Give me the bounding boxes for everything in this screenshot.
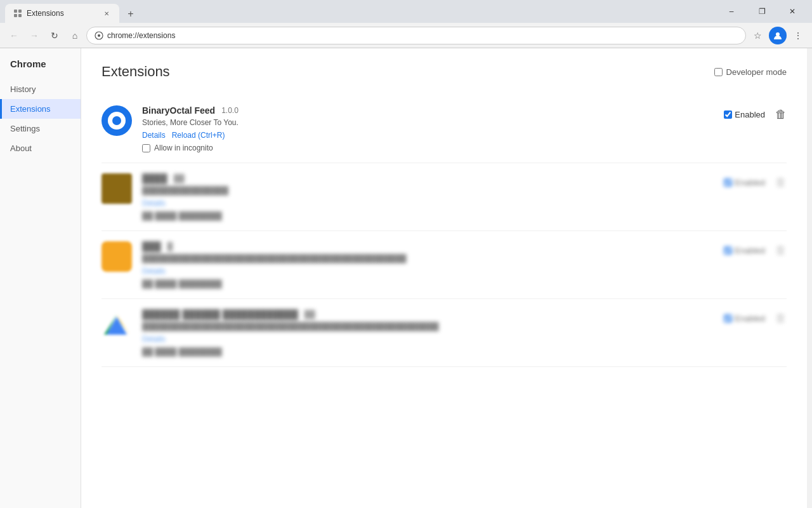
- developer-mode-label[interactable]: Developer mode: [726, 67, 787, 77]
- extension-card-binary-octal: BinaryOctal Feed 1.0.0 Stories, More Clo…: [102, 95, 787, 163]
- extensions-tab-icon: [13, 8, 23, 18]
- ext-desc-4: ████████████████████████████████████████…: [142, 322, 714, 331]
- svg-rect-1: [18, 10, 22, 13]
- allow-incognito-checkbox[interactable]: [142, 144, 150, 152]
- reload-button[interactable]: ↻: [46, 27, 63, 44]
- ext-desc-2: ████████████████: [142, 186, 714, 195]
- extensions-header: Extensions Developer mode: [102, 64, 787, 80]
- ext-name: BinaryOctal Feed: [142, 105, 215, 116]
- ext-incognito-4: ██ ████ ████████: [142, 347, 714, 356]
- scrollbar[interactable]: [807, 48, 812, 508]
- url-text: chrome://extensions: [107, 31, 175, 40]
- lock-icon: [95, 31, 103, 40]
- ext-info-3: ███ █ ██████████████████████████████████…: [142, 241, 714, 288]
- ext-icon-4: [102, 309, 132, 340]
- sidebar-item-about[interactable]: About: [0, 138, 81, 158]
- sidebar-title: Chrome: [0, 53, 81, 79]
- ext-enabled-cb-3[interactable]: [724, 246, 732, 255]
- extension-card-4: ██████ ██████ ████████████ ██ ██████████…: [102, 299, 787, 367]
- developer-mode-section: Developer mode: [714, 67, 787, 77]
- ext-version-4: ██: [304, 310, 315, 319]
- incognito-label-2: ██ ████ ████████: [142, 211, 222, 220]
- bo-inner-ring: [108, 112, 126, 130]
- ext-controls-3: Enabled 🗑: [724, 241, 787, 257]
- incognito-label-3: ██ ████ ████████: [142, 279, 222, 288]
- extension-card-3: ███ █ ██████████████████████████████████…: [102, 231, 787, 299]
- allow-incognito-label[interactable]: Allow in incognito: [154, 144, 213, 152]
- address-right-buttons: ☆ ⋮: [749, 27, 807, 44]
- ext-enabled-label-2: Enabled: [735, 178, 765, 187]
- close-button[interactable]: ✕: [778, 2, 807, 21]
- ext-controls-4: Enabled 🗑: [724, 309, 787, 325]
- svg-rect-2: [14, 14, 17, 17]
- sidebar: Chrome History Extensions Settings About: [0, 48, 81, 508]
- ext-enabled-checkbox[interactable]: [724, 110, 732, 119]
- ext-version-3: █: [167, 242, 173, 251]
- ext-name-row-2: ████ ██: [142, 173, 714, 184]
- url-bar[interactable]: chrome://extensions: [86, 27, 746, 44]
- ext-enabled-label-4: Enabled: [735, 314, 765, 323]
- svg-rect-3: [18, 14, 22, 17]
- ext-name-row-4: ██████ ██████ ████████████ ██: [142, 309, 714, 319]
- ext-incognito-3: ██ ████ ████████: [142, 279, 714, 288]
- ext-delete-4[interactable]: 🗑: [775, 312, 787, 325]
- ext-icon-2: [102, 173, 132, 204]
- ext-delete-2[interactable]: 🗑: [775, 176, 787, 189]
- details-link[interactable]: Details: [142, 131, 166, 140]
- tab-close-button[interactable]: ✕: [102, 8, 112, 18]
- extension-card-2: ████ ██ ████████████████ Details ██ ████…: [102, 163, 787, 231]
- ext-name-row-3: ███ █: [142, 241, 714, 251]
- profile-button[interactable]: [769, 27, 787, 44]
- page-title: Extensions: [102, 64, 170, 80]
- ext-desc-3: ████████████████████████████████████████…: [142, 254, 714, 263]
- ext-enabled-label-3: Enabled: [735, 246, 765, 255]
- svg-point-5: [98, 34, 100, 37]
- extensions-area: Extensions Developer mode BinaryOctal Fe…: [81, 48, 807, 508]
- maximize-button[interactable]: ❐: [747, 2, 776, 21]
- ext-description: Stories, More Closer To You.: [142, 118, 714, 127]
- bookmark-button[interactable]: ☆: [749, 27, 766, 44]
- menu-button[interactable]: ⋮: [789, 27, 807, 44]
- sidebar-item-settings[interactable]: Settings: [0, 119, 81, 138]
- active-tab[interactable]: Extensions ✕: [5, 4, 119, 23]
- back-button[interactable]: ←: [5, 27, 23, 44]
- sidebar-item-history[interactable]: History: [0, 79, 81, 99]
- ext-enabled-cb-4[interactable]: [724, 314, 732, 323]
- ext-enabled-cb-2[interactable]: [724, 178, 732, 187]
- bo-core-dot: [112, 116, 121, 125]
- minimize-button[interactable]: –: [717, 2, 746, 21]
- title-bar: Extensions ✕ + – ❐ ✕: [0, 0, 812, 23]
- ext-links-3: Details: [142, 267, 714, 276]
- home-button[interactable]: ⌂: [66, 27, 84, 44]
- ext-name-4: ██████ ██████ ████████████: [142, 309, 298, 319]
- ext-name-3: ███: [142, 241, 161, 251]
- ext-enabled-3: Enabled: [724, 246, 765, 255]
- forward-button[interactable]: →: [25, 27, 43, 44]
- ext-incognito-section: Allow in incognito: [142, 144, 714, 152]
- ext-links-2: Details: [142, 199, 714, 208]
- ext-controls: Enabled 🗑: [724, 105, 787, 121]
- ext-info-2: ████ ██ ████████████████ Details ██ ████…: [142, 173, 714, 220]
- developer-mode-checkbox[interactable]: [714, 68, 723, 76]
- ext-delete-3[interactable]: 🗑: [775, 244, 787, 257]
- ext-name-2: ████: [142, 173, 167, 184]
- details-link-3[interactable]: Details: [142, 267, 166, 276]
- ext-info-4: ██████ ██████ ████████████ ██ ██████████…: [142, 309, 714, 356]
- details-link-4[interactable]: Details: [142, 335, 166, 344]
- chrome-content: Chrome History Extensions Settings About…: [0, 48, 812, 508]
- ext-enabled-label[interactable]: Enabled: [735, 110, 765, 119]
- tab-area: Extensions ✕ +: [5, 0, 140, 23]
- new-tab-button[interactable]: +: [122, 5, 140, 23]
- ext-delete-button[interactable]: 🗑: [775, 108, 787, 121]
- ext-version: 1.0.0: [221, 106, 239, 115]
- ext-icon-binary-octal: [102, 105, 132, 136]
- tab-title: Extensions: [27, 9, 98, 18]
- window-controls: – ❐ ✕: [717, 2, 807, 21]
- details-link-2[interactable]: Details: [142, 199, 166, 208]
- address-bar: ← → ↻ ⌂ chrome://extensions ☆ ⋮: [0, 23, 812, 48]
- ext-controls-2: Enabled 🗑: [724, 173, 787, 189]
- sidebar-item-extensions[interactable]: Extensions: [0, 99, 81, 119]
- ext-enabled-2: Enabled: [724, 178, 765, 187]
- ext-links: Details Reload (Ctrl+R): [142, 131, 714, 140]
- reload-link[interactable]: Reload (Ctrl+R): [172, 131, 225, 140]
